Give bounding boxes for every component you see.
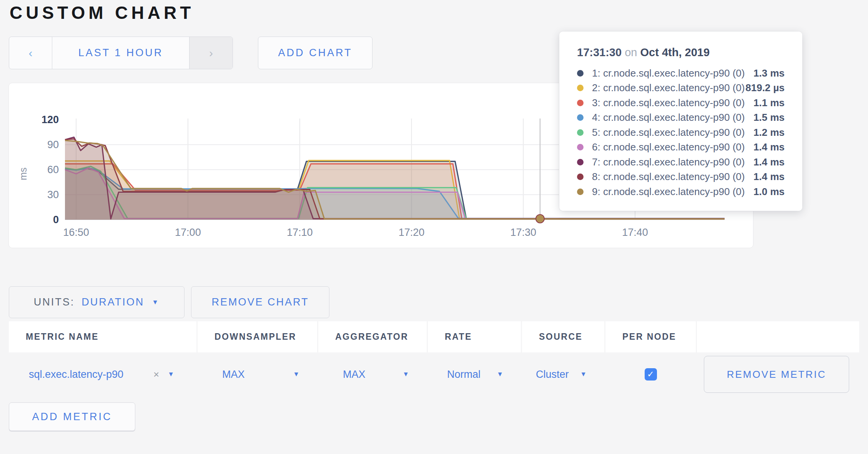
page-title: CUSTOM CHART: [10, 2, 194, 23]
add-chart-button[interactable]: ADD CHART: [258, 37, 372, 69]
series-value: 1.1 ms: [753, 97, 785, 109]
x-axis-tick-label: 17:10: [287, 227, 313, 238]
series-color-dot-icon: [577, 70, 584, 77]
tooltip-series-row: 6: cr.node.sql.exec.latency-p90 (0)1.4 m…: [577, 140, 785, 155]
column-header-downsampler: DOWNSAMPLER: [198, 321, 317, 352]
time-range-selector: ‹ LAST 1 HOUR ›: [9, 37, 233, 69]
y-axis-tick-label: 90: [47, 139, 59, 150]
tooltip-on-word: on: [625, 46, 637, 58]
tooltip-series-row: 4: cr.node.sql.exec.latency-p90 (0)1.5 m…: [577, 110, 785, 125]
time-range-prev-button[interactable]: ‹: [9, 37, 52, 69]
series-color-dot-icon: [577, 85, 584, 91]
column-header-metric-name: METRIC NAME: [9, 321, 196, 352]
series-label: 8: cr.node.sql.exec.latency-p90 (0): [592, 171, 753, 183]
x-axis-tick-label: 17:20: [399, 227, 425, 238]
series-color-dot-icon: [577, 189, 584, 195]
series-value: 1.4 ms: [753, 171, 785, 183]
tooltip-date: Oct 4th, 2019: [640, 46, 710, 58]
downsampler-value: MAX: [198, 369, 245, 381]
x-axis-tick-label: 17:40: [622, 227, 648, 238]
units-value: DURATION: [81, 296, 144, 308]
time-range-label[interactable]: LAST 1 HOUR: [52, 37, 189, 69]
column-header-aggregator: AGGREGATOR: [318, 321, 427, 352]
clear-metric-icon[interactable]: ×: [153, 369, 159, 381]
metric-name-cell: sql.exec.latency-p90 × ▼: [9, 352, 196, 396]
chevron-down-icon: ▼: [402, 371, 409, 378]
series-label: 5: cr.node.sql.exec.latency-p90 (0): [592, 127, 753, 139]
series-label: 4: cr.node.sql.exec.latency-p90 (0): [592, 112, 753, 124]
series-label: 6: cr.node.sql.exec.latency-p90 (0): [592, 141, 753, 153]
y-axis-tick-label: 60: [47, 164, 59, 175]
per-node-checkbox[interactable]: ✓: [645, 368, 657, 381]
series-label: 2: cr.node.sql.exec.latency-p90 (0): [592, 82, 745, 94]
chevron-down-icon: ▼: [580, 371, 587, 378]
series-color-dot-icon: [577, 144, 584, 150]
tooltip-timestamp: 17:31:30 on Oct 4th, 2019: [577, 46, 785, 59]
units-label: UNITS:: [34, 296, 75, 308]
units-dropdown[interactable]: UNITS: DURATION ▼: [9, 286, 185, 318]
per-node-cell: ✓: [605, 352, 696, 396]
y-axis-tick-label: 30: [47, 189, 59, 200]
y-axis-unit-label: ms: [18, 167, 28, 180]
tooltip-series-row: 3: cr.node.sql.exec.latency-p90 (0)1.1 m…: [577, 95, 785, 110]
metrics-table-header-row: METRIC NAMEDOWNSAMPLERAGGREGATORRATESOUR…: [9, 321, 859, 352]
series-value: 1.5 ms: [753, 112, 785, 124]
column-header-actions: [697, 321, 859, 352]
tooltip-series-row: 1: cr.node.sql.exec.latency-p90 (0)1.3 m…: [577, 66, 785, 81]
remove-chart-button[interactable]: REMOVE CHART: [191, 286, 329, 318]
add-metric-button[interactable]: ADD METRIC: [9, 402, 135, 431]
aggregator-value: MAX: [318, 369, 366, 381]
source-value: Cluster: [522, 369, 569, 381]
x-axis-tick-label: 17:00: [175, 227, 201, 238]
series-value: 819.2 µs: [745, 82, 785, 94]
chevron-down-icon: ▼: [152, 299, 160, 306]
series-label: 9: cr.node.sql.exec.latency-p90 (0): [592, 186, 753, 198]
tooltip-time: 17:31:30: [577, 46, 622, 58]
series-value: 1.0 ms: [753, 186, 785, 198]
column-header-source: SOURCE: [522, 321, 604, 352]
x-axis-tick-label: 16:50: [63, 227, 89, 238]
chart-hover-tooltip: 17:31:30 on Oct 4th, 2019 1: cr.node.sql…: [559, 32, 802, 211]
series-label: 7: cr.node.sql.exec.latency-p90 (0): [592, 156, 753, 168]
chevron-down-icon: ▼: [497, 371, 503, 378]
source-dropdown[interactable]: Cluster ▼: [522, 352, 604, 396]
hover-point-dot: [536, 214, 544, 223]
rate-value: Normal: [428, 369, 481, 381]
chevron-down-icon: ▼: [293, 371, 299, 378]
chevron-down-icon[interactable]: ▼: [168, 371, 174, 378]
tooltip-series-row: 5: cr.node.sql.exec.latency-p90 (0)1.2 m…: [577, 125, 785, 140]
row-action-cell: REMOVE METRIC: [697, 352, 859, 396]
series-color-dot-icon: [577, 100, 584, 106]
series-color-dot-icon: [577, 114, 584, 121]
series-value: 1.4 ms: [753, 156, 785, 168]
aggregator-dropdown[interactable]: MAX ▼: [318, 352, 427, 396]
series-color-dot-icon: [577, 129, 584, 136]
series-color-dot-icon: [577, 159, 584, 165]
tooltip-series-list: 1: cr.node.sql.exec.latency-p90 (0)1.3 m…: [577, 66, 785, 199]
series-label: 3: cr.node.sql.exec.latency-p90 (0): [592, 97, 753, 109]
column-header-rate: RATE: [428, 321, 521, 352]
metrics-table-row: sql.exec.latency-p90 × ▼ MAX ▼ MAX ▼ Nor…: [9, 352, 859, 396]
tooltip-series-row: 7: cr.node.sql.exec.latency-p90 (0)1.4 m…: [577, 155, 785, 170]
tooltip-series-row: 2: cr.node.sql.exec.latency-p90 (0)819.2…: [577, 81, 785, 96]
series-value: 1.2 ms: [753, 127, 785, 139]
chevron-left-icon: ‹: [29, 47, 33, 59]
metric-name-link[interactable]: sql.exec.latency-p90: [29, 369, 123, 381]
series-label: 1: cr.node.sql.exec.latency-p90 (0): [592, 67, 753, 79]
tooltip-series-row: 9: cr.node.sql.exec.latency-p90 (0)1.0 m…: [577, 184, 785, 199]
series-value: 1.3 ms: [753, 67, 785, 79]
remove-metric-button[interactable]: REMOVE METRIC: [704, 356, 849, 393]
tooltip-series-row: 8: cr.node.sql.exec.latency-p90 (0)1.4 m…: [577, 170, 785, 185]
y-axis-tick-label: 0: [53, 214, 59, 225]
metrics-table: METRIC NAMEDOWNSAMPLERAGGREGATORRATESOUR…: [9, 321, 859, 396]
column-header-per-node: PER NODE: [605, 321, 696, 352]
series-value: 1.4 ms: [753, 141, 785, 153]
rate-dropdown[interactable]: Normal ▼: [428, 352, 521, 396]
y-axis-tick-label: 120: [42, 114, 59, 125]
chevron-right-icon: ›: [209, 47, 213, 59]
x-axis-tick-label: 17:30: [510, 227, 536, 238]
series-color-dot-icon: [577, 174, 584, 180]
time-range-next-button[interactable]: ›: [189, 37, 233, 69]
downsampler-dropdown[interactable]: MAX ▼: [198, 352, 317, 396]
